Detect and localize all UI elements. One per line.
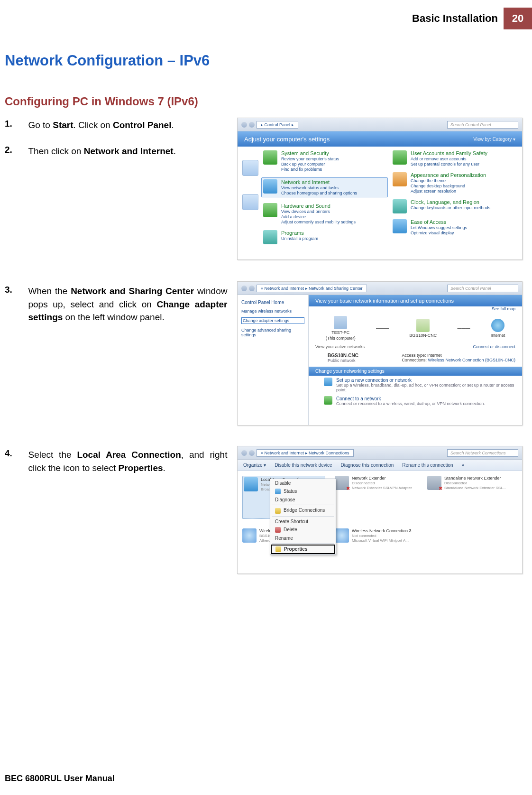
setting-title: Connect to a network [336, 396, 485, 401]
network-node-pc: TEST-PC (This computer) [326, 316, 356, 341]
breadcrumb[interactable]: ▸ Control Panel ▸ [257, 121, 298, 129]
category-title[interactable]: Appearance and Personalization [411, 172, 486, 178]
network-connection-item[interactable]: Wireless Network Connection 3Not connect… [335, 528, 418, 569]
connection-device: Standalone Network Extender SSL... [444, 486, 506, 490]
breadcrumb[interactable]: « Network and Internet ▸ Network Connect… [257, 449, 354, 457]
control-panel-category[interactable]: Clock, Language, and RegionChange keyboa… [393, 199, 517, 213]
connection-status: Not connected [352, 534, 412, 538]
category-link[interactable]: Uninstall a program [281, 236, 318, 241]
page-header: Basic Installation 20 [412, 8, 532, 29]
search-input[interactable]: Search Network Connections [447, 449, 518, 457]
network-setting-item[interactable]: Set up a new connection or networkSet up… [309, 376, 522, 394]
category-link[interactable]: Set up parental controls for any user [411, 162, 487, 166]
network-connection-item[interactable]: Standalone Network ExtenderDisconnectedS… [427, 476, 510, 519]
category-title[interactable]: User Accounts and Family Safety [411, 150, 487, 156]
menu-shortcut[interactable]: Create Shortcut [270, 518, 336, 526]
nav-back-icon[interactable] [241, 122, 247, 128]
connection-name[interactable]: BGS10N-CNC [328, 353, 358, 358]
connection-status: Disconnected [352, 481, 412, 485]
category-link[interactable]: Change desktop background [411, 184, 486, 188]
link-line: ——— [458, 326, 470, 331]
network-connection-item[interactable]: Network ExtenderDisconnectedNetwork Exte… [335, 476, 418, 519]
category-title[interactable]: Clock, Language, and Region [411, 199, 490, 205]
view-by-dropdown[interactable]: View by: Category ▾ [473, 137, 515, 142]
category-link[interactable]: Optimize visual display [411, 231, 467, 235]
toolbar-rename[interactable]: Rename this connection [402, 462, 453, 468]
category-link[interactable]: Adjust commonly used mobility settings [281, 220, 356, 224]
connection-icon [335, 476, 349, 490]
category-link[interactable]: Review your computer's status [281, 157, 339, 161]
step-number: 4. [5, 448, 26, 459]
bold-text: Properties [119, 463, 163, 473]
menu-diagnose[interactable]: Diagnose [270, 496, 336, 504]
category-link[interactable]: Choose homegroup and sharing options [281, 191, 357, 195]
banner-title: Adjust your computer's settings [244, 136, 330, 143]
toolbar-disable[interactable]: Disable this network device [275, 462, 332, 468]
category-link[interactable]: View network status and tasks [281, 185, 357, 190]
connection-icon [244, 477, 258, 491]
category-link[interactable]: Add or remove user accounts [411, 157, 487, 161]
setting-description: Connect or reconnect to a wireless, wire… [336, 401, 485, 406]
menu-bridge[interactable]: Bridge Connections [270, 506, 336, 515]
search-input[interactable]: Search Control Panel [447, 285, 518, 292]
toolbar-overflow[interactable]: » [462, 462, 465, 468]
nav-back-icon[interactable] [241, 286, 247, 291]
control-panel-category[interactable]: Network and InternetView network status … [261, 177, 388, 197]
control-panel-category[interactable]: Hardware and SoundView devices and print… [263, 203, 388, 224]
context-menu: Disable Status Diagnose Bridge Connectio… [270, 479, 336, 555]
category-link[interactable]: Add a device [281, 214, 356, 219]
category-title[interactable]: Network and Internet [281, 179, 357, 185]
category-title[interactable]: Ease of Access [411, 219, 467, 225]
nav-forward-icon[interactable] [249, 450, 255, 456]
menu-status[interactable]: Status [270, 487, 336, 496]
search-input[interactable]: Search Control Panel [447, 121, 518, 129]
sidepanel-link-adapter[interactable]: Change adapter settings [241, 317, 304, 324]
text: . [174, 146, 176, 156]
see-full-map-link[interactable]: See full map [309, 306, 522, 311]
sidepanel-link-advanced[interactable]: Change advanced sharing settings [241, 328, 304, 337]
control-panel-category[interactable]: System and SecurityReview your computer'… [263, 150, 388, 172]
category-title[interactable]: Hardware and Sound [281, 203, 356, 209]
bold-text: Control Panel [113, 120, 172, 130]
category-link[interactable]: Adjust screen resolution [411, 189, 486, 194]
control-panel-category[interactable]: Appearance and PersonalizationChange the… [393, 172, 517, 194]
connection-name: Wireless Network Connection 3 [352, 528, 412, 533]
connect-disconnect-link[interactable]: Connect or disconnect [473, 344, 515, 349]
category-title[interactable]: System and Security [281, 150, 339, 156]
category-icon [393, 150, 407, 165]
connection-link[interactable]: Wireless Network Connection (BGS10N-CNC) [428, 358, 515, 362]
sidepanel-title[interactable]: Control Panel Home [241, 300, 304, 305]
nav-forward-icon[interactable] [249, 122, 255, 128]
control-panel-category[interactable]: User Accounts and Family SafetyAdd or re… [393, 150, 517, 166]
category-link[interactable]: Change keyboards or other input methods [411, 205, 490, 210]
access-type-label: Access type: [402, 353, 426, 358]
menu-rename[interactable]: Rename [270, 534, 336, 542]
menu-properties[interactable]: Properties [271, 545, 335, 554]
category-icon [263, 179, 277, 194]
menu-disable[interactable]: Disable [270, 479, 336, 487]
page-number-badge: 20 [504, 8, 532, 29]
nav-back-icon[interactable] [241, 450, 247, 456]
step-number: 3. [5, 285, 26, 295]
text: Select the [28, 450, 77, 460]
category-link[interactable]: Back up your computer [281, 162, 339, 166]
node-label: BGS10N-CNC [409, 333, 437, 338]
category-link[interactable]: Find and fix problems [281, 167, 339, 172]
toolbar-diagnose[interactable]: Diagnose this connection [341, 462, 394, 468]
category-link[interactable]: Change the theme [411, 178, 486, 183]
network-setting-item[interactable]: Connect to a networkConnect or reconnect… [309, 394, 522, 408]
step-text: Then click on Network and Internet. [28, 145, 227, 158]
category-link[interactable]: View devices and printers [281, 209, 356, 214]
connection-name: Network Extender [352, 476, 412, 481]
node-label: Internet [491, 333, 505, 338]
breadcrumb[interactable]: « Network and Internet ▸ Network and Sha… [257, 285, 367, 292]
menu-delete[interactable]: Delete [270, 526, 336, 534]
sidepanel-link-wireless[interactable]: Manage wireless networks [241, 309, 304, 314]
category-title[interactable]: Programs [281, 230, 318, 236]
toolbar-organize[interactable]: Organize ▾ [243, 462, 266, 468]
control-panel-category[interactable]: ProgramsUninstall a program [263, 230, 388, 244]
nav-forward-icon[interactable] [249, 286, 255, 291]
bold-text: Network and Internet [84, 146, 174, 156]
control-panel-category[interactable]: Ease of AccessLet Windows suggest settin… [393, 219, 517, 235]
category-link[interactable]: Let Windows suggest settings [411, 225, 467, 230]
